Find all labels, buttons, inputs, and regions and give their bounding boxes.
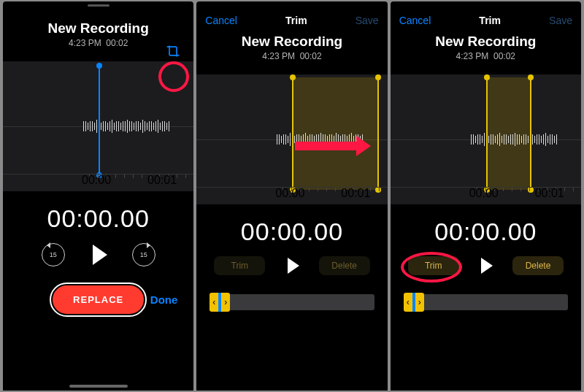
play-button[interactable] [285, 258, 299, 274]
save-button: Save [356, 15, 379, 26]
skip-forward-15-button[interactable]: 15 [132, 243, 155, 266]
screen-trim-ready: Cancel Trim Save New Recording 4:23 PM 0… [391, 1, 581, 391]
recording-subtitle: 4:23 PM 00:02 [196, 51, 387, 61]
nav-bar: Cancel Trim Save [391, 9, 581, 31]
done-button[interactable]: Done [150, 293, 178, 306]
trim-icon[interactable] [166, 44, 180, 61]
status-bar [196, 1, 387, 9]
trim-button: Trim [214, 256, 265, 275]
trim-controls: Trim Delete [196, 256, 387, 275]
status-bar [391, 1, 581, 9]
nav-title: Trim [285, 15, 307, 26]
ruler-label: 00:01 [341, 187, 370, 200]
trim-button[interactable]: Trim [408, 256, 459, 275]
delete-button[interactable]: Delete [512, 256, 564, 275]
time-ruler: 00:00 00:01 [391, 187, 581, 200]
ruler-label: 00:00 [469, 187, 499, 200]
recording-title: New Recording [391, 34, 581, 50]
trim-controls: Trim Delete [391, 256, 581, 275]
screen-trim-dragging: Cancel Trim Save New Recording 4:23 PM 0… [196, 1, 387, 391]
overview-track[interactable]: ‹ › [404, 294, 568, 310]
replace-button[interactable]: REPLACE [50, 283, 147, 317]
waveform-area[interactable]: 00:00 00:01 [196, 74, 387, 204]
cancel-button[interactable]: Cancel [399, 15, 431, 26]
overview-handle-right[interactable]: › [221, 293, 230, 312]
waveform-area[interactable]: 00:00 00:01 [3, 61, 193, 191]
waveform-area[interactable]: 00:00 00:01 [391, 74, 581, 204]
overview-handle-left[interactable]: ‹ [210, 293, 218, 312]
ruler-label: 00:00 [275, 187, 304, 200]
nav-title: Trim [479, 15, 501, 26]
play-button[interactable] [90, 245, 107, 265]
status-bar [3, 1, 193, 9]
overview-handle-right[interactable]: › [415, 293, 424, 312]
overview-track[interactable]: ‹ › [210, 294, 374, 310]
delete-button: Delete [319, 256, 370, 275]
recording-subtitle: 4:23 PM 00:02 [391, 51, 581, 61]
screen-edit-recording: New Recording 4:23 PM 00:02 00:00 [3, 1, 193, 391]
time-display: 00:00.00 [3, 204, 193, 233]
trim-handle-left[interactable] [486, 77, 488, 190]
cancel-button[interactable]: Cancel [205, 15, 237, 26]
time-display: 00:00.00 [196, 218, 387, 246]
time-ruler: 00:00 00:01 [3, 174, 193, 187]
recording-subtitle: 4:23 PM 00:02 [3, 38, 193, 48]
trim-handle-right[interactable] [377, 77, 379, 190]
ruler-label: 00:01 [147, 174, 177, 187]
recording-title: New Recording [3, 20, 193, 36]
overview-handle-left[interactable]: ‹ [404, 293, 412, 312]
play-button[interactable] [478, 258, 493, 274]
time-ruler: 00:00 00:01 [196, 187, 387, 200]
skip-back-15-button[interactable]: 15 [42, 243, 65, 266]
save-button: Save [549, 15, 572, 26]
nav-bar: Cancel Trim Save [196, 9, 387, 31]
playhead[interactable] [99, 66, 100, 175]
home-indicator[interactable] [69, 385, 128, 388]
recording-title: New Recording [196, 34, 387, 50]
trim-handle-right[interactable] [530, 77, 531, 190]
trim-handle-left[interactable] [292, 77, 293, 190]
playback-controls: 15 15 [3, 243, 193, 266]
ruler-label: 00:00 [82, 174, 111, 187]
ruler-label: 00:01 [535, 187, 564, 200]
time-display: 00:00.00 [391, 218, 581, 246]
